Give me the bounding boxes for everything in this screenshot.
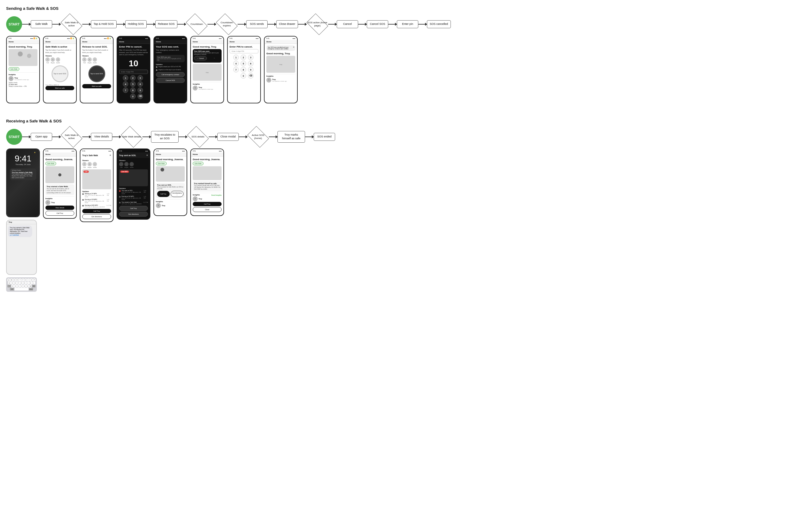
screen-title: Good morning, Troy. <box>266 52 295 55</box>
call-troy-button[interactable]: Call Troy <box>119 206 148 211</box>
key-delete[interactable]: ⌫ <box>32 285 36 287</box>
phone-body: Good morning, Joanna. Safe Walk Troy mar… <box>191 156 223 214</box>
flow-node-safewalk: Safe Walk <box>31 20 52 28</box>
sos-confirm-detail: Your SOS was sent to 5 people at 5:41 PM… <box>157 58 184 61</box>
key-l[interactable]: L <box>33 282 35 284</box>
key-g[interactable]: G <box>20 282 23 284</box>
phone-header: Home <box>228 40 260 44</box>
section1-sending: Sending a Safe Walk & SOS START Safe Wal… <box>6 6 795 103</box>
flow-arrow <box>328 24 337 24</box>
map-view: map <box>193 64 222 81</box>
status-bar: 9:41 ●●● 📶 🔋 <box>80 37 113 40</box>
num-6[interactable]: 6 <box>137 81 143 87</box>
num-4[interactable]: 4 <box>233 61 239 66</box>
section1-flow: START Safe Walk Safe Walk is active Tap … <box>6 16 795 32</box>
key-u[interactable]: U <box>24 279 27 281</box>
key-e[interactable]: E <box>13 279 16 281</box>
key-r[interactable]: R <box>16 279 18 281</box>
get-directions-button[interactable]: Get directions <box>119 212 148 216</box>
backspace-btn[interactable]: ⌫ <box>137 94 143 99</box>
num-5[interactable]: 5 <box>130 81 136 87</box>
num-2[interactable]: 2 <box>241 55 246 60</box>
call-troy-button[interactable]: Call Troy <box>45 211 74 216</box>
key-v[interactable]: V <box>20 285 23 287</box>
sos-button-active[interactable]: Tap to send SOS <box>88 65 105 82</box>
num-7[interactable]: 7 <box>123 88 128 93</box>
countdown-number: 10 <box>119 57 148 70</box>
num-3[interactable]: 3 <box>248 55 254 60</box>
close-icon[interactable]: × <box>146 154 148 157</box>
flow-arrow <box>267 24 276 24</box>
cancel-sos-button[interactable]: Cancel SOS <box>156 78 185 83</box>
key-q[interactable]: Q <box>7 279 10 281</box>
section2-flow: START Open app Safe Walk is active View … <box>6 129 795 145</box>
key-o[interactable]: O <box>30 279 33 281</box>
num-1[interactable]: 1 <box>123 75 128 81</box>
flow-node-enter-pin: Enter pin <box>397 20 418 28</box>
key-return[interactable]: return <box>29 288 33 290</box>
num-5[interactable]: 5 <box>241 61 246 66</box>
key-k[interactable]: K <box>30 282 32 284</box>
backspace-btn[interactable]: ⌫ <box>248 73 254 78</box>
pin-input[interactable]: Enter 4-digit PIN <box>229 49 258 53</box>
flow-arrow <box>147 24 155 24</box>
key-a[interactable]: A <box>8 282 11 284</box>
pin-input[interactable]: Enter 4-digit PIN <box>119 70 148 74</box>
view-details-button[interactable]: View details <box>45 206 74 210</box>
key-p[interactable]: P <box>33 279 36 281</box>
mark-safe-button[interactable]: Mark as safe <box>45 86 74 90</box>
key-i[interactable]: I <box>27 279 30 281</box>
sos-button[interactable]: Tap to send SOS <box>52 65 69 82</box>
close-icon[interactable]: × <box>110 154 111 157</box>
screen-subtitle: After 10 seconds, if no PIN has been ent… <box>119 49 148 56</box>
key-space[interactable] <box>14 288 29 290</box>
flow-arrow <box>239 136 247 137</box>
call-troy-button[interactable]: Call Troy <box>193 202 222 206</box>
key-t[interactable]: T <box>19 279 21 281</box>
get-directions-button[interactable]: Get directions <box>82 214 111 219</box>
key-b[interactable]: B <box>23 285 26 287</box>
cancel-button[interactable]: ← Cancel <box>194 56 207 60</box>
flow-arrow <box>418 24 427 24</box>
key-y[interactable]: Y <box>22 279 24 281</box>
key-d[interactable]: D <box>14 282 17 284</box>
num-7[interactable]: 7 <box>233 67 239 72</box>
num-9[interactable]: 9 <box>137 88 143 93</box>
key-s[interactable]: S <box>11 282 14 284</box>
key-f[interactable]: F <box>17 282 20 284</box>
num-3[interactable]: 3 <box>137 75 143 81</box>
arrow-button[interactable]: → <box>208 56 220 60</box>
num-8[interactable]: 8 <box>241 67 246 72</box>
num-9[interactable]: 9 <box>248 67 254 72</box>
key-z[interactable]: Z <box>11 285 14 287</box>
num-4[interactable]: 4 <box>123 81 128 87</box>
num-1[interactable]: 1 <box>233 55 239 60</box>
close-button[interactable]: Close <box>193 207 222 212</box>
mark-safe-button[interactable]: Mark as safe <box>82 84 111 88</box>
key-j[interactable]: J <box>26 282 29 284</box>
screen-title: Enter PIN to cancel. <box>119 45 148 48</box>
flow-arrow <box>143 136 151 137</box>
viewer-avatar: T <box>82 57 87 62</box>
key-x[interactable]: X <box>14 285 17 287</box>
call-troy-btn[interactable]: Call Troy <box>157 191 170 197</box>
key-h[interactable]: H <box>23 282 26 284</box>
num-0[interactable]: 0 <box>130 94 136 99</box>
num-0[interactable]: 0 <box>241 73 246 78</box>
call-emergency-button[interactable]: Call emergency contact <box>156 72 185 77</box>
num-2[interactable]: 2 <box>130 75 136 81</box>
key-m[interactable]: M <box>29 285 32 287</box>
num-6[interactable]: 6 <box>248 61 254 66</box>
key-shift[interactable]: ⇧ <box>7 285 11 287</box>
call-troy-button[interactable]: Call Troy <box>82 209 111 213</box>
insights-section: Insights T Troy Last updated a minute ag… <box>8 72 37 87</box>
key-c[interactable]: C <box>17 285 20 287</box>
key-123[interactable]: 123 <box>10 288 14 290</box>
updates-label: Updates <box>119 188 148 189</box>
key-w[interactable]: W <box>10 279 13 281</box>
key-n[interactable]: N <box>26 285 29 287</box>
screen-enter-pin: 9:41 ●●● Home Enter PIN to cancel. After… <box>117 36 150 103</box>
num-8[interactable]: 8 <box>130 88 136 93</box>
safe-info-detail: Troy marked himself safe at 8:57 PM near… <box>194 185 220 190</box>
get-directions-btn[interactable]: Get directions → <box>171 191 184 197</box>
